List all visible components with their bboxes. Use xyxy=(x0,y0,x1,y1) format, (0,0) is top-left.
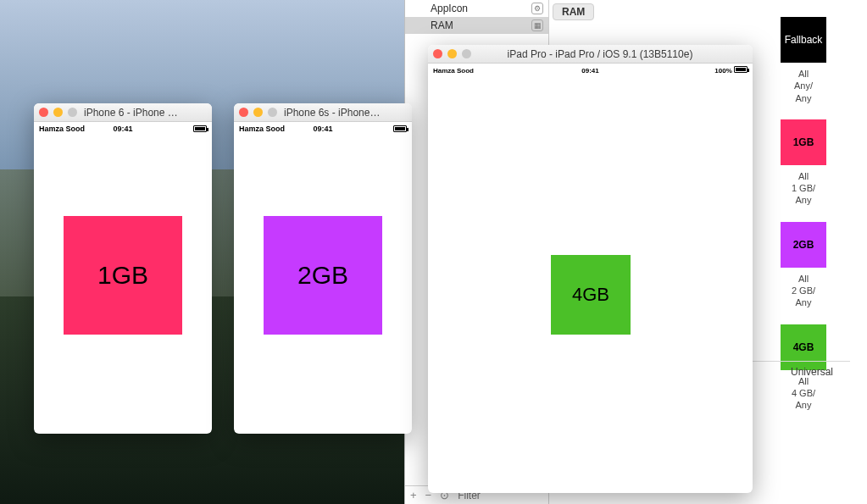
zoom-icon[interactable] xyxy=(462,49,471,58)
close-icon[interactable] xyxy=(239,108,248,117)
slot-thumbnail: 1GB xyxy=(781,119,826,165)
gear-icon[interactable]: ⚙ xyxy=(531,3,543,14)
window-titlebar[interactable]: iPad Pro - iPad Pro / iOS 9.1 (13B5110e) xyxy=(428,45,753,64)
close-icon[interactable] xyxy=(433,49,442,58)
slot-caption: All Any/ Any xyxy=(757,68,850,104)
add-button[interactable]: + xyxy=(410,489,417,501)
battery-icon xyxy=(193,125,207,132)
slot-caption: All 2 GB/ Any xyxy=(757,273,850,309)
status-time: 09:41 xyxy=(34,125,212,133)
simulator-iphone6[interactable]: iPhone 6 - iPhone 6 / iOS 9.1 (1… Hamza … xyxy=(34,103,212,434)
ram-asset-image: 4GB xyxy=(551,255,631,335)
battery-icon xyxy=(734,66,748,73)
window-title: iPhone 6s - iPhone 6s / iOS 9.1… xyxy=(284,107,407,119)
asset-item-label: AppIcon xyxy=(431,3,468,14)
simulator-iphone6s[interactable]: iPhone 6s - iPhone 6s / iOS 9.1… Hamza S… xyxy=(234,103,412,434)
app-content: 2GB xyxy=(234,136,412,434)
traffic-lights[interactable] xyxy=(239,108,277,117)
zoom-icon[interactable] xyxy=(268,108,277,117)
slot-thumbnail: 4GB xyxy=(781,324,826,370)
window-title: iPad Pro - iPad Pro / iOS 9.1 (13B5110e) xyxy=(478,48,748,60)
window-titlebar[interactable]: iPhone 6s - iPhone 6s / iOS 9.1… xyxy=(234,103,412,122)
ram-asset-image: 2GB xyxy=(264,216,382,335)
asset-slot-2gb[interactable]: 2GB All 2 GB/ Any xyxy=(757,222,850,309)
status-time: 09:41 xyxy=(428,67,753,75)
universal-label: Universal xyxy=(791,366,833,378)
asset-item-label: RAM xyxy=(431,19,453,31)
asset-item-appicon[interactable]: AppIcon ⚙ xyxy=(405,0,548,17)
status-bar: Hamza Sood 09:41 xyxy=(34,122,212,136)
slot-thumbnail: 2GB xyxy=(781,222,826,268)
asset-item-ram[interactable]: RAM ▦ xyxy=(405,17,548,34)
minimize-icon[interactable] xyxy=(447,49,457,58)
slot-caption: All 1 GB/ Any xyxy=(757,170,850,207)
slot-caption: All 4 GB/ Any xyxy=(757,375,850,412)
battery-icon xyxy=(393,125,407,132)
zoom-icon[interactable] xyxy=(68,108,77,117)
traffic-lights[interactable] xyxy=(433,49,471,58)
gear-icon[interactable]: ▦ xyxy=(531,19,543,31)
minimize-icon[interactable] xyxy=(53,108,63,117)
app-content: 4GB xyxy=(428,77,753,493)
window-title: iPhone 6 - iPhone 6 / iOS 9.1 (1… xyxy=(84,107,207,119)
app-content: 1GB xyxy=(34,136,212,434)
status-bar: Hamza Sood 09:41 100% xyxy=(428,64,753,77)
status-time: 09:41 xyxy=(234,125,412,133)
status-bar: Hamza Sood 09:41 xyxy=(234,122,412,136)
window-titlebar[interactable]: iPhone 6 - iPhone 6 / iOS 9.1 (1… xyxy=(34,103,212,122)
minimize-icon[interactable] xyxy=(253,108,263,117)
traffic-lights[interactable] xyxy=(39,108,77,117)
ram-asset-image: 1GB xyxy=(64,216,182,335)
slot-thumbnail: Fallback xyxy=(781,17,826,63)
close-icon[interactable] xyxy=(39,108,48,117)
simulator-ipad-pro[interactable]: iPad Pro - iPad Pro / iOS 9.1 (13B5110e)… xyxy=(428,45,753,493)
asset-slot-fallback[interactable]: Fallback All Any/ Any xyxy=(757,17,850,104)
asset-slot-1gb[interactable]: 1GB All 1 GB/ Any xyxy=(757,119,850,207)
canvas-tag: RAM xyxy=(553,3,594,20)
